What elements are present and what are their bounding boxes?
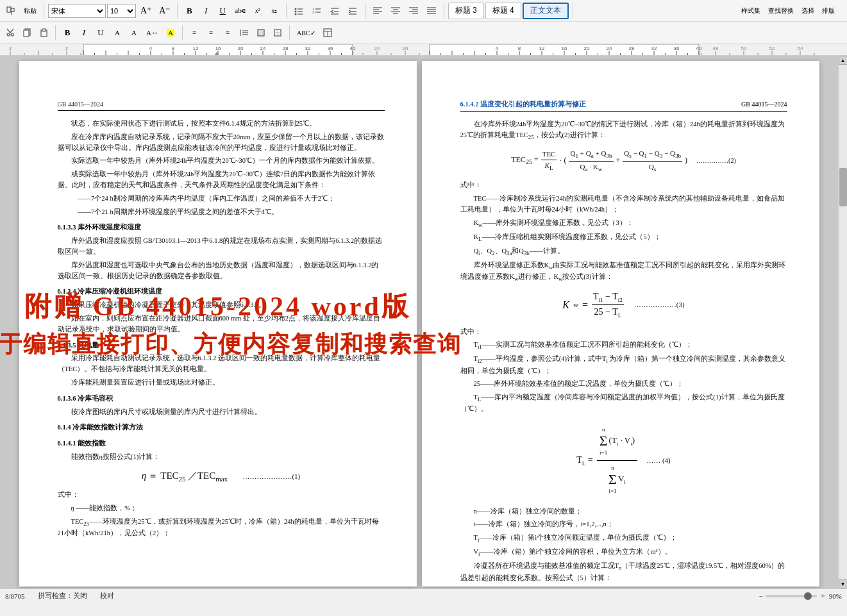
svg-rect-40 [42,29,46,31]
increase-indent-btn[interactable] [344,3,361,19]
ruler: const rc = document.getElementById('rule… [0,44,847,56]
para-format-section2: ≡ ≡ ≡ [187,25,290,40]
formula4-block: TL = n Σ i=1 (Ti · Vi) n [460,422,787,499]
status-bar: 8/8705 拼写检查：关闭 校对 − ＋ 90% [0,588,847,603]
formula3-block: Kw = Ti1 − Ti2 25 − TL ………………(3) [460,290,787,320]
decrease-size-btn[interactable]: A⁻ [156,3,173,19]
font-bg-btn[interactable]: A [163,25,178,40]
pages-container[interactable]: GB 44015—2024 状态，在实际使用状态下进行测试后，按照本文件6.1.… [0,56,838,588]
find-replace-btn[interactable]: 查找替换 [765,3,797,19]
zoom-control[interactable]: − ＋ 90% [759,591,842,601]
formula2-desc: 式中： [460,180,787,191]
formula1-item1: η ——能效指数，%； [58,503,385,514]
formula4-ti: Ti——冷库（箱）第i个独立冷间额定温度，单位为摄氏度（℃）； [460,533,787,544]
section-6141-heading: 6.1.4.1 能效指数 [58,438,385,449]
body-text-btn[interactable]: 正文文本 [523,3,569,19]
svg-point-35 [7,33,10,36]
para-align-center2-btn[interactable]: ≡ [203,25,219,40]
right-page-header-right: GB 44015—2024 [741,99,787,109]
font-family-select[interactable]: 宋体 [48,4,106,18]
bold-btn[interactable]: B [181,3,197,19]
superscript-btn[interactable]: x² [250,3,265,19]
para-align-left2-btn[interactable]: ≡ [187,25,202,40]
zoom-increase-btn[interactable]: ＋ [819,591,826,601]
align-center-btn[interactable] [387,3,404,19]
right-page-section-heading: 6.1.4.2 温度变化引起的耗电量折算与修正 [460,99,587,110]
para-align-right2-btn[interactable]: ≡ [220,25,235,40]
para-6134-1: 如果压缩冷凝机组的冷凝器置于室外，其温度取值参照6.1.3.3。 [58,300,385,311]
italic2-btn[interactable]: I [76,25,92,40]
alignment-section [369,3,444,19]
align-left-btn[interactable] [369,3,386,19]
svg-point-7 [294,13,296,15]
decrease-indent-btn[interactable] [326,3,343,19]
right-intro: 在冷库外环境24h平均温度为20℃~30℃的情况下进行测试，冷库（箱）24h的耗… [460,119,787,142]
scroll-thumb[interactable] [839,168,847,206]
zoom-thumb [804,592,812,600]
font-size-select[interactable]: 10 [107,4,136,18]
insert-table-btn[interactable] [320,25,335,40]
justify-btn[interactable] [423,3,440,19]
left-page-header: GB 44015—2024 [58,99,385,111]
formula3-25: 25——库外环境能效基准值的额定工况温度，单位为摄氏度（℃）； [460,379,787,390]
zoom-track[interactable] [766,595,817,597]
section-6134-heading: 6.1.3.4 冷库压缩冷凝机组环境温度 [58,287,385,297]
misc-section: ABC✓ [294,25,339,40]
highlight-btn[interactable]: A [126,25,142,40]
page-count: 8/8705 [5,592,25,600]
layout-btn[interactable]: 排版 [819,3,838,19]
paste-btn[interactable]: 粘贴 [21,3,40,19]
para-6136: 按冷库图纸的库内尺寸或现场测量的库内尺寸进行计算得出。 [58,407,385,418]
format-painter-btn[interactable] [3,3,19,19]
styles-section: 标题 3 标题 4 正文文本 [448,3,573,19]
section-6136-heading: 6.1.3.6 冷库毛容积 [58,394,385,404]
para-6135-1: 采用冷库能耗自动测试记录系统，选取与6.1.3.2 选取区间一致的耗电量数据，计… [58,353,385,375]
right-page-content: 在冷库外环境24h平均温度为20℃~30℃的情况下进行测试，冷库（箱）24h的耗… [460,119,787,588]
paragraph-section: 1.2. [290,3,365,19]
formula3-desc: 式中： [460,327,787,338]
para-kl-desc: 冷凝器所在环境温度与能效基准值的额定工况Tπ（干球温度25℃，湿球温度19.5℃… [460,561,787,583]
formula4-n: n——冷库（箱）独立冷间的数量； [460,506,787,517]
align-right-btn[interactable] [405,3,422,19]
para-state: 状态，在实际使用状态下进行测试后，按照本文件6.1.4规定的方法折算到25℃。 [58,119,385,129]
proofread-status[interactable]: 校对 [100,591,114,601]
section-6133-heading: 6.1.3.3 库外环境温度和湿度 [58,222,385,233]
svg-point-36 [11,33,13,36]
border-btn[interactable] [270,25,285,40]
paste2-btn[interactable] [36,25,51,40]
zoom-decrease-btn[interactable]: − [759,592,763,600]
numbered-list-btn[interactable]: 1.2. [308,3,325,19]
spell-check-btn[interactable]: ABC✓ [294,25,319,40]
scroll-up-btn[interactable]: ▲ [839,56,848,65]
heading4-btn[interactable]: 标题 4 [485,3,521,19]
section-614-heading: 6.1.4 冷库能效指数计算方法 [58,422,385,433]
svg-rect-38 [24,30,29,37]
para-or-select: 或实际选取一年中较热月（库外环境24h平均温度为20℃~30℃）连续7日的库内数… [58,169,385,191]
bullet-list-btn[interactable] [290,3,307,19]
font-color-btn[interactable]: A [110,25,125,40]
svg-point-3 [294,8,296,10]
line-spacing-btn[interactable] [237,25,252,40]
cut-btn[interactable] [3,25,18,40]
scroll-down-btn[interactable]: ▼ [839,579,848,588]
para-6141: 能效指数η按照公式(1)计算： [58,452,385,463]
zoom-percent: 90% [829,592,842,600]
clipboard-section [3,25,56,40]
heading3-btn[interactable]: 标题 3 [448,3,484,19]
italic-btn[interactable]: I [198,3,214,19]
vertical-scrollbar[interactable]: ▲ ▼ [838,56,847,588]
formula4-vi: Vi——冷库（箱）第i个独立冷间的容积，单位为立方米（m³）。 [460,547,787,558]
para-6133-1: 库外温度和湿度应按照 GB/T30103.1—2013 中6.1.8的规定在现场… [58,236,385,258]
copy-btn[interactable] [19,25,35,40]
bold2-btn[interactable]: B [60,25,75,40]
subscript-btn[interactable]: x₂ [267,3,282,19]
char-spacing-btn[interactable]: A↔ [143,25,162,40]
scroll-track[interactable] [839,65,847,579]
underline2-btn[interactable]: U [93,25,108,40]
shading-btn[interactable] [253,25,269,40]
underline-btn[interactable]: U [215,3,230,19]
strikethrough-btn[interactable]: abc̶ [231,3,248,19]
select-btn[interactable]: 选择 [798,3,818,19]
style-set-btn[interactable]: 样式集 [738,3,764,19]
increase-size-btn[interactable]: A⁺ [137,3,155,19]
